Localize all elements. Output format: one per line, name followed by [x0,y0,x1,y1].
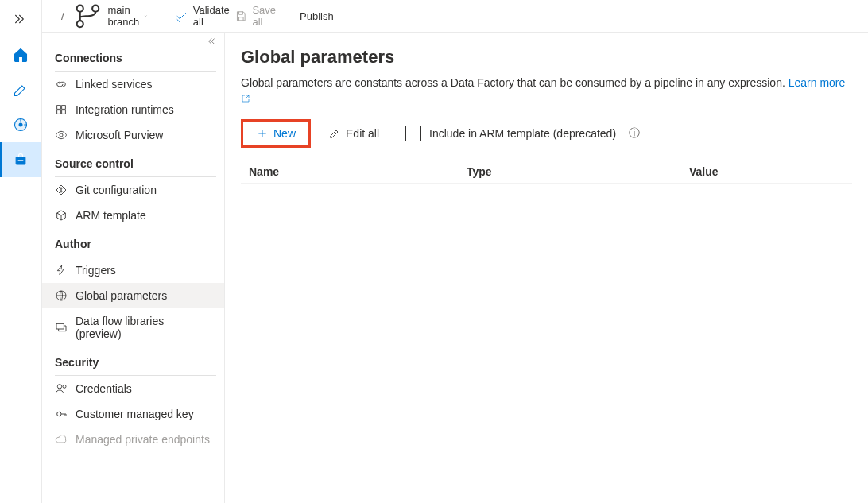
sidebar-item-label: Global parameters [76,289,167,302]
sidebar-item-purview[interactable]: Microsoft Purview [42,122,224,148]
divider [397,123,397,144]
svg-point-1 [19,123,23,127]
sidebar-item-label: Managed private endpoints [76,433,210,446]
new-button[interactable]: New [241,119,311,148]
column-name: Name [244,165,467,178]
section-connections: Connections [42,42,224,68]
cloud-icon [55,433,68,446]
page-description: Global parameters are constants across a… [241,75,852,106]
svg-point-17 [63,385,66,388]
section-security: Security [42,346,224,372]
new-label: New [273,127,296,140]
sidebar-item-managed-pe: Managed private endpoints [42,427,224,452]
svg-point-6 [92,5,99,11]
sidebar-item-label: Data flow libraries (preview) [76,315,211,340]
cube-icon [55,209,68,222]
include-arm-label: Include in ARM template (deprecated) [429,127,616,140]
flow-icon [55,321,68,334]
validate-all-button[interactable]: Validate all [175,4,230,28]
edit-all-label: Edit all [346,127,379,140]
publish-button[interactable]: Publish [295,10,334,22]
sidebar-item-arm-template[interactable]: ARM template [42,203,224,228]
sidebar-item-git-config[interactable]: Git configuration [42,177,224,203]
sidebar-item-label: Git configuration [76,184,157,196]
sidebar-item-linked-services[interactable]: Linked services [42,72,224,97]
sidebar-item-credentials[interactable]: Credentials [42,376,224,401]
branch-label: main branch [108,4,140,28]
sidebar-item-dataflow-libraries[interactable]: Data flow libraries (preview) [42,308,224,346]
breadcrumb-divider: / [61,10,64,22]
include-arm-checkbox[interactable] [405,126,421,141]
svg-rect-7 [57,106,61,110]
user-icon [55,382,68,395]
sidebar-item-integration-runtimes[interactable]: Integration runtimes [42,97,224,122]
expand-rail-icon[interactable] [13,6,29,37]
svg-point-13 [60,191,62,192]
nav-manage[interactable] [0,142,41,177]
sidebar-item-cmk[interactable]: Customer managed key [42,401,224,427]
external-link-icon [241,94,250,103]
sidebar-item-label: Linked services [76,78,153,91]
globe-icon [55,289,68,302]
sidebar-item-label: Microsoft Purview [76,129,163,141]
eye-icon [55,129,68,141]
nav-monitor[interactable] [0,107,41,142]
sidebar-item-label: Triggers [76,264,116,277]
page-title: Global parameters [241,47,852,68]
sidebar-item-label: ARM template [76,209,146,222]
table-header-row: Name Type Value [241,161,852,184]
key-icon [55,408,68,420]
svg-rect-15 [56,323,64,329]
plus-icon [256,127,269,140]
collapse-panel-icon[interactable] [205,36,216,49]
svg-point-12 [60,188,62,189]
chevron-down-icon [144,11,148,21]
nav-author[interactable] [0,72,41,107]
sidebar-item-global-parameters[interactable]: Global parameters [42,283,224,308]
svg-point-18 [57,412,61,416]
column-type: Type [467,165,689,178]
svg-rect-9 [57,110,61,114]
svg-point-11 [60,133,63,137]
info-icon[interactable]: ⓘ [629,126,640,141]
column-value: Value [689,165,849,178]
validate-label: Validate all [193,4,230,28]
svg-rect-10 [62,110,66,114]
pencil-icon [328,127,341,140]
grid-icon [55,103,68,116]
svg-point-16 [57,385,61,389]
save-label: Save all [252,4,276,28]
bolt-icon [55,264,68,277]
git-icon [55,184,68,196]
save-all-button: Save all [234,4,276,28]
section-source-control: Source control [42,148,224,173]
svg-point-5 [76,21,83,27]
publish-label: Publish [300,10,334,22]
sidebar-item-label: Credentials [76,382,132,395]
nav-home[interactable] [0,37,41,72]
section-author: Author [42,228,224,253]
sidebar-item-label: Customer managed key [76,408,194,420]
svg-rect-8 [62,106,66,110]
sidebar-item-label: Integration runtimes [76,103,174,116]
edit-all-button[interactable]: Edit all [319,119,389,148]
branch-selector[interactable]: main branch [72,1,149,32]
sidebar-item-triggers[interactable]: Triggers [42,257,224,283]
svg-point-4 [76,5,83,11]
link-icon [55,78,68,91]
